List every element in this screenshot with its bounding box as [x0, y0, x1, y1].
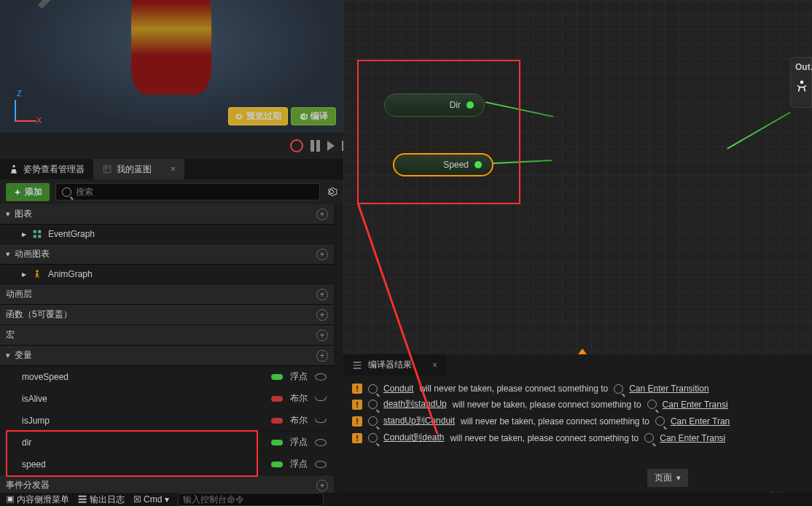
record-button[interactable]	[290, 139, 303, 152]
anim-icon	[32, 269, 42, 279]
search-icon[interactable]	[644, 433, 654, 443]
compiler-message: !death到standUp will never be taken, plea…	[352, 396, 803, 413]
panel-toolbar: ＋添加	[0, 179, 343, 204]
weapon	[38, 0, 93, 9]
my-blueprint-panel: ▾ 图表+ ▸ EventGraph ▾ 动画图表+ ▸ AnimGraph 动…	[0, 204, 334, 493]
playback-bar	[0, 133, 343, 159]
step-button[interactable]	[327, 141, 335, 151]
graph-canvas[interactable]: Dir Speed IronMan_Idle2_Skeleton_BlendSp…	[343, 0, 812, 354]
graph-icon	[32, 229, 42, 239]
svg-point-0	[12, 165, 15, 168]
add-icon[interactable]: +	[316, 209, 328, 220]
search-icon[interactable]	[368, 416, 378, 426]
warning-icon: !	[352, 384, 362, 394]
eye-icon	[235, 112, 243, 121]
search-icon[interactable]	[368, 384, 378, 394]
cmd-label: ☒ Cmd ▾	[133, 494, 169, 505]
svg-point-1	[36, 270, 39, 273]
warning-icon: !	[352, 433, 362, 443]
status-bar: ▣ 内容侧滑菜单 ☰ 输出日志 ☒ Cmd ▾	[0, 493, 812, 506]
item-anim-graph[interactable]: ▸ AnimGraph	[0, 265, 334, 284]
section-dispatchers[interactable]: 事件分发器+	[0, 475, 334, 493]
node-speed-var[interactable]: Speed	[393, 153, 493, 176]
settings-icon[interactable]	[326, 186, 337, 198]
tab-my-blueprint[interactable]: 我的蓝图 ×	[93, 159, 184, 180]
section-anim-layer[interactable]: 动画层+	[0, 284, 334, 305]
search-box[interactable]	[55, 183, 320, 201]
tab-pose-manager[interactable]: 姿势查看管理器	[0, 159, 93, 180]
link[interactable]: Conduit到death	[383, 432, 444, 444]
gear-icon	[299, 112, 308, 121]
search-input[interactable]	[76, 187, 313, 197]
link[interactable]: standUp到Conduit	[383, 415, 455, 427]
link[interactable]: Can Enter Transition	[629, 384, 708, 394]
viewport[interactable]: Z X 预览过期 编译	[0, 0, 343, 133]
compile-button[interactable]: 编译	[291, 107, 336, 125]
visibility-icon[interactable]	[315, 373, 327, 381]
section-anim-graphs[interactable]: ▾ 动画图表+	[0, 244, 334, 265]
compiler-message: !Conduit will never be taken, please con…	[352, 381, 803, 396]
search-icon[interactable]	[655, 416, 665, 426]
pager[interactable]: 页面 ▾	[647, 469, 688, 487]
link[interactable]: Can Enter Tran	[671, 416, 730, 427]
wire	[727, 112, 791, 149]
compiler-message: !standUp到Conduit will never be taken, pl…	[352, 413, 803, 429]
warning-icon: !	[352, 416, 362, 427]
variable-isAlive[interactable]: isAlive布尔	[0, 388, 334, 410]
section-graphs[interactable]: ▾ 图表+	[0, 204, 334, 225]
item-event-graph[interactable]: ▸ EventGraph	[0, 225, 334, 244]
visibility-icon[interactable]	[315, 461, 327, 468]
link[interactable]: death到standUp	[383, 398, 447, 410]
node-output[interactable]: Out…	[790, 57, 812, 108]
axes-gizmo: Z X	[15, 93, 44, 122]
close-icon[interactable]: ×	[432, 360, 437, 370]
add-button[interactable]: ＋添加	[6, 183, 50, 201]
search-icon[interactable]	[368, 400, 378, 409]
preview-expired-button[interactable]: 预览过期	[228, 107, 288, 125]
character-mesh	[131, 0, 211, 95]
section-variables[interactable]: ▾ 变量+	[0, 346, 334, 366]
person-icon	[795, 79, 808, 93]
variable-speed[interactable]: speed浮点	[0, 454, 334, 475]
wire	[493, 160, 552, 164]
output-pin[interactable]	[475, 161, 482, 168]
wire	[485, 101, 553, 117]
search-icon[interactable]	[647, 400, 657, 409]
output-pin[interactable]	[466, 101, 474, 109]
output-log-button[interactable]: ☰ 输出日志	[78, 494, 124, 506]
panel-tabs: 姿势查看管理器 我的蓝图 ×	[0, 159, 343, 179]
link[interactable]: Can Enter Transi	[663, 400, 728, 410]
variable-moveSpeed[interactable]: moveSpeed浮点	[0, 366, 334, 388]
variable-dir[interactable]: dir浮点	[0, 432, 334, 454]
resize-handle[interactable]	[578, 349, 587, 354]
svg-point-3	[800, 81, 804, 85]
pause-button[interactable]	[311, 140, 320, 152]
link[interactable]: Conduit	[383, 384, 413, 394]
search-icon	[62, 187, 71, 197]
visibility-icon[interactable]	[315, 419, 327, 423]
compiler-panel: 编译器结果 × !Conduit will never be taken, pl…	[343, 354, 812, 493]
visibility-icon[interactable]	[315, 397, 327, 401]
content-drawer-button[interactable]: ▣ 内容侧滑菜单	[6, 494, 69, 506]
list-icon	[352, 360, 362, 370]
pose-icon	[9, 164, 19, 174]
console-input[interactable]	[178, 493, 324, 506]
close-icon[interactable]: ×	[171, 164, 176, 174]
section-functions[interactable]: 函数（5可覆盖）+	[0, 305, 334, 325]
compiler-message: !Conduit到death will never be taken, plea…	[352, 429, 803, 446]
blueprint-icon	[102, 164, 112, 174]
section-macros[interactable]: 宏+	[0, 325, 334, 346]
visibility-icon[interactable]	[315, 439, 327, 446]
node-dir-var[interactable]: Dir	[384, 93, 485, 117]
variable-isJump[interactable]: isJump布尔	[0, 410, 334, 432]
warning-icon: !	[352, 400, 362, 410]
link[interactable]: Can Enter Transi	[660, 433, 725, 443]
search-icon[interactable]	[614, 384, 623, 394]
compiler-tab[interactable]: 编译器结果 ×	[343, 354, 446, 375]
search-icon[interactable]	[368, 433, 378, 443]
